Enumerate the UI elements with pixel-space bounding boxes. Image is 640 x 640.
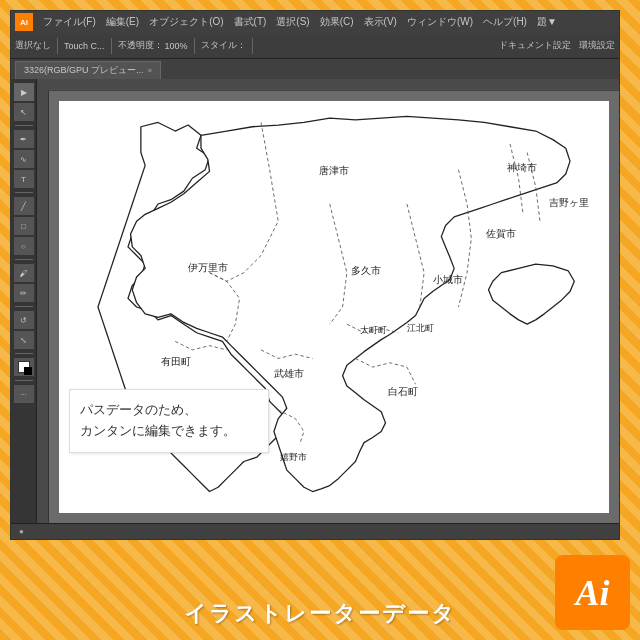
toolbar-selection-group: 選択なし (15, 39, 51, 52)
ai-badge-text: Ai (575, 572, 609, 614)
ai-window: Ai ファイル(F) 編集(E) オブジェクト(O) 書式(T) 選択(S) 効… (10, 10, 620, 540)
toolbar-divider-2 (111, 38, 112, 54)
white-canvas: 唐津市 神埼市 吉野ヶ里 佐賀市 伊万里市 多久市 小城市 大町町 江北町 有田… (59, 101, 609, 513)
doc-settings-btn[interactable]: ドキュメント設定 (499, 39, 571, 52)
tool-ellipse[interactable]: ○ (14, 237, 34, 255)
menu-select[interactable]: 選択(S) (272, 13, 313, 31)
style-label: スタイル： (201, 39, 246, 52)
menu-extra[interactable]: 題▼ (533, 13, 561, 31)
label-kohoku: 江北町 (407, 322, 434, 333)
toolbar-divider-3 (194, 38, 195, 54)
tool-rotate[interactable]: ↺ (14, 311, 34, 329)
ruler-vertical (37, 91, 49, 523)
label-shiroishi: 白石町 (388, 386, 418, 397)
main-container: Ai ファイル(F) 編集(E) オブジェクト(O) 書式(T) 選択(S) 効… (0, 0, 640, 640)
tool-rect[interactable]: □ (14, 217, 34, 235)
tool-sep-4 (15, 306, 33, 307)
label-takeo: 武雄市 (274, 368, 304, 379)
ai-logo-text: Ai (20, 18, 28, 27)
opacity-value: 100% (165, 41, 188, 51)
footer-bar: イラストレーターデータ (0, 588, 640, 640)
menu-format[interactable]: 書式(T) (230, 13, 271, 31)
ai-badge: Ai (555, 555, 630, 630)
opacity-label: 不透明度： (118, 39, 163, 52)
ruler-h-ticks (49, 79, 619, 91)
tool-select[interactable]: ▶ (14, 83, 34, 101)
label-imari: 伊万里市 (188, 262, 228, 273)
touch-label: Touch C... (64, 41, 105, 51)
menu-file[interactable]: ファイル(F) (39, 13, 100, 31)
menu-bar: Ai ファイル(F) 編集(E) オブジェクト(O) 書式(T) 選択(S) 効… (11, 11, 619, 33)
document-tab[interactable]: 3326(RGB/GPU プレビュー... × (15, 61, 161, 79)
menu-window[interactable]: ウィンドウ(W) (403, 13, 477, 31)
status-text: ● (19, 527, 24, 536)
label-saga: 佐賀市 (486, 228, 516, 239)
tool-scale[interactable]: ⤡ (14, 331, 34, 349)
tool-pen[interactable]: ✒ (14, 130, 34, 148)
ruler-horizontal (37, 79, 619, 91)
bottom-bar: ● (11, 523, 619, 539)
toolbar-divider-1 (57, 38, 58, 54)
annotation-line1: パスデータのため、 (80, 402, 197, 417)
toolbar-divider-4 (252, 38, 253, 54)
tool-fill[interactable] (14, 358, 34, 376)
left-toolbar: ▶ ↖ ✒ ∿ T ╱ □ ○ 🖌 ✏ ↺ ⤡ (11, 79, 37, 523)
tab-close-btn[interactable]: × (148, 66, 153, 75)
toolbar: 選択なし Touch C... 不透明度： 100% スタイル： ドキュメント設… (11, 33, 619, 59)
footer-text: イラストレーターデータ (184, 599, 456, 629)
tool-brush[interactable]: 🖌 (14, 264, 34, 282)
label-ureshino: 嬉野市 (280, 452, 307, 462)
tab-bar: 3326(RGB/GPU プレビュー... × (11, 59, 619, 79)
tab-name: 3326(RGB/GPU プレビュー... (24, 64, 144, 77)
canvas-row: 唐津市 神埼市 吉野ヶ里 佐賀市 伊万里市 多久市 小城市 大町町 江北町 有田… (37, 91, 619, 523)
menu-edit[interactable]: 編集(E) (102, 13, 143, 31)
tool-line[interactable]: ╱ (14, 197, 34, 215)
ai-logo-small: Ai (15, 13, 33, 31)
canvas-area[interactable]: 唐津市 神埼市 吉野ヶ里 佐賀市 伊万里市 多久市 小城市 大町町 江北町 有田… (49, 91, 619, 523)
tool-type[interactable]: T (14, 170, 34, 188)
env-settings-btn[interactable]: 環境設定 (579, 39, 615, 52)
menu-help[interactable]: ヘルプ(H) (479, 13, 531, 31)
label-kanzaki: 神埼市 (507, 162, 537, 173)
tool-curvature[interactable]: ∿ (14, 150, 34, 168)
toolbar-touch-group: Touch C... (64, 41, 105, 51)
tool-sep-5 (15, 353, 33, 354)
tool-sep-3 (15, 259, 33, 260)
menu-view[interactable]: 表示(V) (360, 13, 401, 31)
label-karatsu: 唐津市 (319, 165, 349, 176)
annotation-line2: カンタンに編集できます。 (80, 423, 236, 438)
content-area: ▶ ↖ ✒ ∿ T ╱ □ ○ 🖌 ✏ ↺ ⤡ (11, 79, 619, 523)
toolbar-style-group: スタイル： (201, 39, 246, 52)
tool-more[interactable]: ··· (14, 385, 34, 403)
annotation-box: パスデータのため、 カンタンに編集できます。 (69, 389, 269, 453)
canvas-with-rulers: 唐津市 神埼市 吉野ヶ里 佐賀市 伊万里市 多久市 小城市 大町町 江北町 有田… (37, 79, 619, 523)
tool-sep-6 (15, 380, 33, 381)
tool-sep-1 (15, 125, 33, 126)
menu-effect[interactable]: 効果(C) (316, 13, 358, 31)
toolbar-opacity-group: 不透明度： 100% (118, 39, 188, 52)
menu-object[interactable]: オブジェクト(O) (145, 13, 227, 31)
selection-label: 選択なし (15, 39, 51, 52)
label-arita: 有田町 (161, 356, 191, 367)
label-ogi: 小城市 (433, 274, 463, 285)
label-yoshinogari: 吉野ヶ里 (549, 197, 589, 208)
tool-sep-2 (15, 192, 33, 193)
tool-pencil[interactable]: ✏ (14, 284, 34, 302)
tool-direct-select[interactable]: ↖ (14, 103, 34, 121)
label-taku: 多久市 (351, 265, 381, 276)
label-omachi: 大町町 (360, 324, 387, 335)
